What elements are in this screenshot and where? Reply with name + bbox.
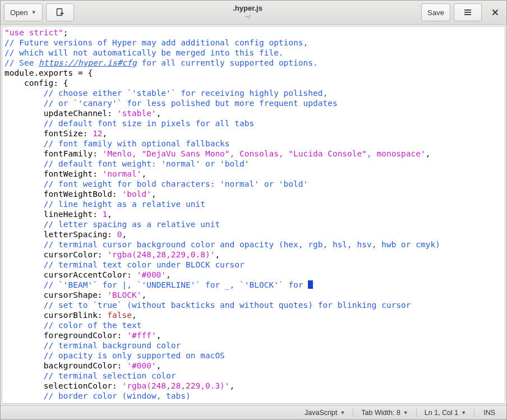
status-insert-mode[interactable]: INS: [477, 409, 502, 417]
code-token: cursorColor:: [4, 250, 107, 259]
code-token: updateChannel:: [4, 109, 117, 118]
code-token: [4, 89, 44, 98]
code-token: 'BLOCK': [107, 290, 141, 299]
code-token: [4, 220, 44, 229]
code-token: foregroundColor:: [4, 331, 127, 340]
code-token: [4, 321, 44, 330]
code-line: fontFamily: 'Menlo, "DejaVu Sans Mono", …: [4, 149, 503, 159]
code-token: ,: [156, 331, 162, 340]
code-token: for all currently supported options.: [137, 58, 318, 67]
code-line: // choose either `'stable'` for receivin…: [4, 88, 503, 98]
code-line: // terminal background color: [4, 340, 503, 350]
code-token: [4, 371, 44, 380]
code-token: [4, 280, 44, 289]
code-token: '#000': [127, 361, 156, 370]
code-token: // Future versions of Hyper may add addi…: [4, 38, 308, 47]
status-tab-width[interactable]: Tab Width: 8 ▼: [356, 409, 413, 417]
code-token: ,: [141, 290, 146, 299]
code-token: ,: [103, 129, 108, 138]
code-token: https://hyper.is#cfg: [39, 58, 137, 67]
status-separator: [416, 408, 417, 417]
code-token: // terminal selection color: [44, 371, 176, 380]
status-separator: [353, 408, 353, 417]
code-token: 0: [117, 230, 122, 239]
statusbar: JavaScript ▼ Tab Width: 8 ▼ Ln 1, Col 1 …: [1, 405, 506, 419]
code-token: fontFamily:: [4, 149, 103, 158]
new-tab-button[interactable]: [46, 3, 74, 21]
code-token: 'Menlo, "DejaVu Sans Mono", Consolas, "L…: [103, 149, 426, 158]
code-token: // `'BEAM'` for |, `'UNDERLINE'` for _, …: [44, 280, 308, 289]
code-line: fontWeight: 'normal',: [4, 169, 503, 179]
code-token: // font family with optional fallbacks: [44, 139, 230, 148]
code-token: // terminal text color under BLOCK curso…: [44, 260, 245, 269]
code-line: // `'BEAM'` for |, `'UNDERLINE'` for _, …: [4, 280, 503, 290]
code-token: selectionColor:: [4, 381, 122, 390]
save-button[interactable]: Save: [421, 3, 450, 21]
code-line: // default font size in pixels for all t…: [4, 118, 503, 128]
code-line: // font weight for bold characters: 'nor…: [4, 179, 503, 189]
status-cursor-position[interactable]: Ln 1, Col 1 ▼: [419, 409, 472, 417]
code-line: // letter spacing as a relative unit: [4, 219, 503, 229]
code-token: 'rgba(248,28,229,0.3)': [122, 381, 230, 390]
code-token: // See: [4, 58, 39, 67]
code-token: cursorBlink:: [4, 311, 107, 320]
code-line: cursorAccentColor: '#000',: [4, 270, 503, 280]
code-token: letterSpacing:: [4, 230, 117, 239]
code-token: ;: [63, 28, 68, 37]
code-line: fontSize: 12,: [4, 128, 503, 139]
file-title: .hyper.js: [77, 4, 418, 12]
code-token: '#fff': [127, 331, 156, 340]
svg-rect-3: [464, 14, 471, 15]
code-line: // terminal cursor background color and …: [4, 239, 503, 250]
menu-button[interactable]: [454, 3, 482, 21]
code-token: // which will not automatically be merge…: [4, 48, 284, 57]
code-token: module.exports = {: [4, 68, 93, 77]
code-token: 12: [93, 129, 102, 138]
code-token: backgroundColor:: [4, 361, 127, 370]
code-token: "use strict": [4, 28, 63, 37]
code-line: // set to `true` (without backticks and …: [4, 300, 503, 310]
chevron-down-icon: ▼: [403, 410, 408, 416]
code-token: config: {: [4, 79, 68, 87]
code-token: // choose either `'stable'` for receivin…: [44, 89, 328, 98]
code-token: ,: [230, 381, 235, 390]
code-token: // opacity is only supported on macOS: [44, 351, 225, 360]
code-token: false: [107, 311, 132, 320]
code-token: ,: [166, 270, 171, 279]
status-language[interactable]: JavaScript ▼: [299, 409, 351, 417]
chevron-down-icon: ▼: [31, 10, 36, 15]
code-token: fontWeightBold:: [4, 190, 122, 199]
open-button[interactable]: Open ▼: [4, 3, 43, 21]
code-line: "use strict";: [4, 27, 503, 38]
code-token: ,: [122, 230, 127, 239]
status-ins-label: INS: [483, 409, 495, 417]
code-token: [4, 99, 44, 108]
code-token: // or `'canary'` for less polished but m…: [44, 99, 338, 108]
save-button-label: Save: [427, 8, 444, 17]
open-button-label: Open: [10, 8, 28, 17]
code-token: [4, 159, 44, 168]
code-token: [4, 260, 44, 269]
code-token: // font weight for bold characters: 'nor…: [44, 179, 308, 188]
code-token: [4, 240, 44, 249]
headerbar-right: Save: [421, 3, 503, 21]
code-token: fontSize:: [4, 129, 93, 138]
code-token: [4, 391, 44, 400]
svg-rect-0: [57, 9, 62, 16]
new-document-icon: [56, 8, 64, 17]
code-token: [4, 301, 44, 310]
code-token: [4, 341, 44, 350]
code-line: // font family with optional fallbacks: [4, 139, 503, 149]
code-line: // Future versions of Hyper may add addi…: [4, 38, 503, 48]
code-line: // or `'canary'` for less polished but m…: [4, 98, 503, 108]
code-token: cursorShape:: [4, 290, 107, 299]
code-token: // letter spacing as a relative unit: [44, 220, 220, 229]
code-line: // terminal text color under BLOCK curso…: [4, 260, 503, 270]
code-line: // default font weight: 'normal' or 'bol…: [4, 159, 503, 169]
code-token: // line height as a relative unit: [44, 200, 205, 209]
code-line: config: {: [4, 78, 503, 88]
code-token: // terminal cursor background color and …: [44, 240, 440, 249]
headerbar-left: Open ▼: [4, 3, 74, 21]
code-editor[interactable]: "use strict";// Future versions of Hyper…: [2, 26, 505, 404]
close-button[interactable]: [487, 4, 503, 20]
